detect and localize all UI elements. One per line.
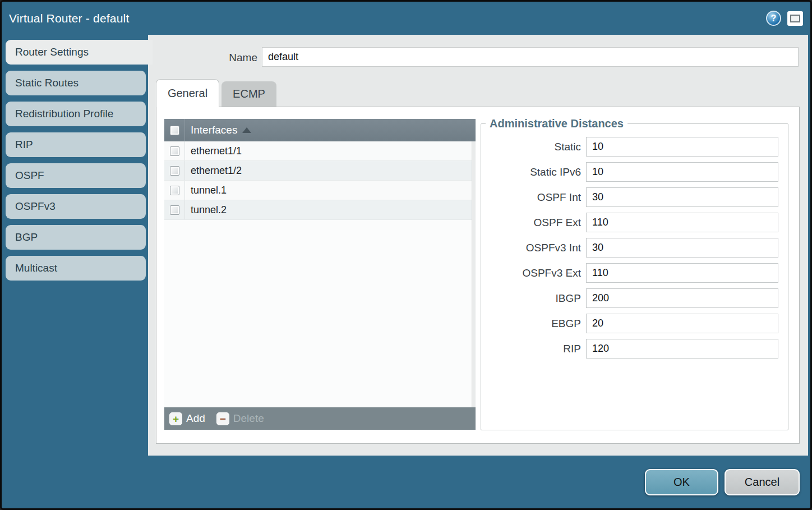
sidebar-item-router-settings[interactable]: Router Settings [6, 40, 153, 65]
add-plus-icon: + [169, 412, 182, 425]
field-row-static-ipv6: Static IPv6 [481, 162, 788, 182]
field-row-ospf-int: OSPF Int [481, 187, 788, 207]
field-row-ibgp: IBGP [481, 288, 788, 308]
ebgp-input[interactable] [586, 314, 778, 333]
ospfv3-ext-label: OSPFv3 Ext [481, 267, 586, 279]
row-checkbox[interactable] [170, 205, 179, 215]
row-checkbox[interactable] [170, 166, 179, 176]
sidebar-item-rip[interactable]: RIP [6, 132, 146, 157]
row-checkbox-cell [164, 200, 185, 219]
row-checkbox[interactable] [170, 186, 179, 195]
row-checkbox[interactable] [170, 146, 179, 156]
tab-general[interactable]: General [156, 79, 219, 107]
tab-ecmp[interactable]: ECMP [222, 81, 276, 107]
field-row-ospf-ext: OSPF Ext [481, 213, 788, 232]
help-icon[interactable]: ? [766, 11, 781, 26]
ospfv3-int-label: OSPFv3 Int [481, 242, 586, 254]
interfaces-column-header[interactable]: Interfaces [185, 124, 237, 136]
sidebar-item-multicast[interactable]: Multicast [6, 256, 146, 281]
static-label: Static [481, 141, 586, 153]
name-label: Name [207, 52, 257, 64]
interfaces-table: Interfaces ethernet1/1ethernet1/2tunnel.… [164, 119, 476, 430]
interface-row-tunnel-2[interactable]: tunnel.2 [164, 200, 476, 220]
sidebar: Router SettingsStatic RoutesRedistributi… [6, 40, 153, 287]
interface-name: tunnel.2 [185, 204, 227, 216]
select-all-checkbox[interactable] [170, 126, 179, 135]
interfaces-table-header[interactable]: Interfaces [164, 119, 476, 141]
row-checkbox-cell [164, 181, 185, 200]
title-bar-icons: ? [766, 11, 803, 26]
ospfv3-ext-input[interactable] [586, 263, 778, 283]
ospf-ext-label: OSPF Ext [481, 217, 586, 229]
row-checkbox-cell [164, 141, 185, 160]
administrative-distances-legend: Administrative Distances [486, 117, 628, 130]
add-button[interactable]: + Add [169, 412, 205, 425]
interface-row-ethernet1-2[interactable]: ethernet1/2 [164, 161, 476, 181]
delete-button-label: Delete [233, 412, 264, 425]
sidebar-item-ospf[interactable]: OSPF [6, 163, 146, 188]
ospf-int-label: OSPF Int [481, 191, 586, 204]
table-scrollbar[interactable] [472, 141, 476, 407]
interface-name: ethernet1/2 [185, 165, 242, 177]
sidebar-item-static-routes[interactable]: Static Routes [6, 71, 146, 95]
virtual-router-dialog: Virtual Router - default ? Router Settin… [0, 0, 812, 510]
ospfv3-int-input[interactable] [586, 238, 778, 258]
static-input[interactable] [586, 137, 778, 157]
ospf-int-input[interactable] [586, 187, 778, 207]
title-bar: Virtual Router - default ? [2, 2, 810, 35]
sort-ascending-icon [242, 127, 251, 133]
delete-minus-icon: − [216, 412, 229, 425]
field-row-rip: RIP [481, 339, 788, 359]
content-area: Name GeneralECMP Interfaces ethernet1/1e… [148, 35, 808, 456]
field-row-static: Static [481, 137, 788, 157]
window-glyph-icon [790, 15, 800, 22]
ok-button[interactable]: OK [645, 469, 718, 495]
add-button-label: Add [186, 412, 205, 425]
delete-button[interactable]: − Delete [216, 412, 264, 425]
interfaces-table-toolbar: + Add − Delete [164, 407, 476, 430]
interface-name: tunnel.1 [185, 185, 227, 196]
interfaces-table-body: ethernet1/1ethernet1/2tunnel.1tunnel.2 [164, 141, 476, 407]
ibgp-input[interactable] [586, 288, 778, 308]
header-checkbox-cell [164, 119, 185, 141]
row-checkbox-cell [164, 161, 185, 180]
interface-row-tunnel-1[interactable]: tunnel.1 [164, 181, 476, 200]
static-ipv6-label: Static IPv6 [481, 166, 586, 178]
ospf-ext-input[interactable] [586, 213, 778, 232]
ebgp-label: EBGP [481, 318, 586, 330]
rip-label: RIP [481, 343, 586, 355]
sidebar-item-ospfv3[interactable]: OSPFv3 [6, 194, 146, 219]
admin-distances-fields: StaticStatic IPv6OSPF IntOSPF ExtOSPFv3 … [481, 137, 788, 359]
dialog-title: Virtual Router - default [9, 12, 130, 25]
name-input[interactable] [262, 47, 799, 67]
interface-row-ethernet1-1[interactable]: ethernet1/1 [164, 141, 476, 161]
cancel-button[interactable]: Cancel [725, 469, 800, 495]
interface-name: ethernet1/1 [185, 145, 242, 157]
field-row-ospfv3-ext: OSPFv3 Ext [481, 263, 788, 283]
maximize-window-icon[interactable] [787, 11, 803, 26]
sidebar-item-redistribution-profile[interactable]: Redistribution Profile [6, 102, 146, 126]
field-row-ebgp: EBGP [481, 314, 788, 333]
administrative-distances-fieldset: Administrative Distances StaticStatic IP… [481, 117, 788, 430]
rip-input[interactable] [586, 339, 778, 359]
sidebar-item-bgp[interactable]: BGP [6, 225, 146, 250]
general-panel: Interfaces ethernet1/1ethernet1/2tunnel.… [156, 107, 800, 444]
ibgp-label: IBGP [481, 292, 586, 305]
field-row-ospfv3-int: OSPFv3 Int [481, 238, 788, 258]
static-ipv6-input[interactable] [586, 162, 778, 182]
